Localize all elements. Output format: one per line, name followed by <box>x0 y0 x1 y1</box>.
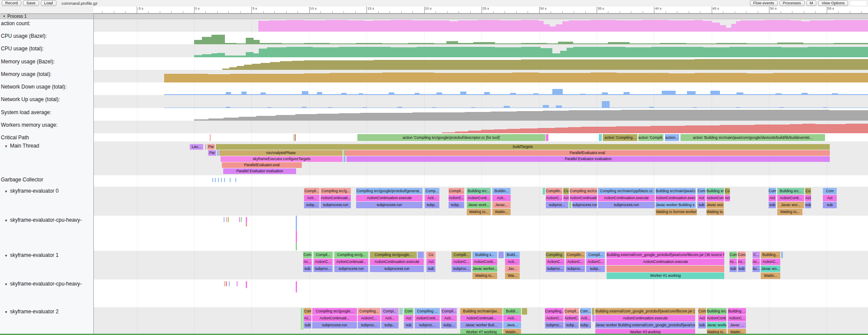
event-bar[interactable]: ActionC... <box>314 259 333 265</box>
event-bar[interactable]: subp... <box>580 322 591 328</box>
event-bar[interactable]: ActionContinuation.execute <box>607 259 724 265</box>
event-bar[interactable]: ActionC... <box>546 195 562 201</box>
event-sliver[interactable] <box>295 134 296 141</box>
event-bar[interactable]: Lau... <box>190 144 203 150</box>
event-bar[interactable]: subproc... <box>314 266 333 272</box>
event-bar[interactable]: Javac worker Buil... <box>460 322 502 328</box>
event-bar[interactable]: Com <box>738 252 746 258</box>
event-bar[interactable]: Javac worker... <box>472 266 497 272</box>
event-sliver[interactable] <box>296 230 297 243</box>
event-bar[interactable]: Parallel Evaluator evaluation <box>347 156 830 162</box>
event-sliver[interactable] <box>246 223 247 227</box>
event-bar[interactable]: Building src/ma... <box>707 308 726 315</box>
event-bar[interactable]: ActionC... <box>564 315 579 322</box>
event-sliver[interactable] <box>522 308 527 315</box>
event-sliver[interactable] <box>246 281 247 288</box>
event-bar[interactable]: sub <box>698 322 706 328</box>
event-sliver[interactable] <box>399 308 401 315</box>
event-bar[interactable]: subprocess.run <box>356 202 422 208</box>
event-bar[interactable]: subproc... <box>415 322 440 328</box>
event-bar[interactable]: ActionContinuati... <box>460 315 502 322</box>
event-bar[interactable]: Acti... <box>425 195 439 201</box>
event-bar[interactable]: Act <box>404 315 413 322</box>
event-bar[interactable]: Building s... <box>472 252 497 258</box>
event-bar[interactable]: ActionC... <box>452 259 471 265</box>
event-sliver[interactable] <box>296 243 297 250</box>
event-bar[interactable]: Compil... <box>586 252 605 258</box>
event-bar[interactable]: subprocess.run <box>572 202 597 208</box>
event-sliver[interactable] <box>599 134 602 141</box>
event-bar[interactable]: Compiling src/core/... <box>570 188 597 194</box>
event-bar[interactable]: Javac wor... <box>706 202 724 208</box>
event-bar[interactable]: Act <box>823 195 837 201</box>
event-bar[interactable]: Compiling... <box>358 308 380 315</box>
event-sliver[interactable] <box>569 202 571 208</box>
event-sliver[interactable] <box>241 217 242 222</box>
event-bar[interactable]: Javac worker Building s... <box>656 202 696 208</box>
event-bar[interactable]: Act <box>426 259 436 265</box>
event-bar[interactable]: ActionC... <box>358 315 380 322</box>
event-bar[interactable]: Building src/main/java/com/go... <box>656 188 696 194</box>
event-bar[interactable]: Compiling src/google... <box>312 308 357 315</box>
event-bar[interactable]: C... <box>752 252 760 258</box>
event-bar[interactable]: sub <box>426 266 436 272</box>
event-bar[interactable]: Ac... <box>738 259 746 265</box>
event-bar[interactable]: Co <box>426 252 436 258</box>
event-sliver[interactable] <box>212 178 213 182</box>
event-bar[interactable]: Act <box>563 195 569 201</box>
event-bar[interactable]: ActionC... <box>545 315 564 322</box>
event-bar[interactable]: sub <box>304 322 311 328</box>
event-sliver[interactable] <box>781 252 783 258</box>
event-bar[interactable]: Javac wo... <box>761 266 780 272</box>
event-bar[interactable]: Buildi... <box>503 308 521 315</box>
event-sliver[interactable] <box>237 281 238 286</box>
event-bar[interactable]: Build... <box>505 252 520 258</box>
event-bar[interactable]: ActionC... <box>566 259 585 265</box>
event-bar[interactable]: ActionC... <box>728 315 746 322</box>
event-sliver[interactable] <box>543 188 545 194</box>
event-bar[interactable]: Jav... <box>505 266 520 272</box>
event-bar[interactable]: Acti... <box>492 195 511 201</box>
event-bar[interactable]: Compilin... <box>546 188 562 194</box>
event-bar[interactable]: Com <box>769 188 776 194</box>
event-sliver[interactable] <box>592 308 594 315</box>
event-bar[interactable]: Waiting to... <box>472 273 497 279</box>
event-sliver[interactable] <box>343 156 346 162</box>
event-bar[interactable]: Compil... <box>449 188 464 194</box>
event-bar[interactable]: Ac... <box>752 259 760 265</box>
event-bar[interactable]: ActionConti... <box>467 195 491 201</box>
event-bar[interactable]: Buildin... <box>492 188 511 194</box>
track-label-skyframe-evaluator-0[interactable]: ▼skyframe-evaluator 0 <box>1 188 59 194</box>
event-bar[interactable]: Javac work... <box>467 202 491 208</box>
event-sliver[interactable] <box>224 178 225 182</box>
event-bar[interactable]: subprocess.run <box>320 202 351 208</box>
event-bar[interactable]: subproc... <box>546 202 568 208</box>
event-bar[interactable]: Compil... <box>564 308 579 315</box>
event-bar[interactable]: ActionConti... <box>777 195 804 201</box>
event-bar[interactable]: Com... <box>580 308 591 315</box>
event-bar[interactable]: Com <box>304 308 311 315</box>
event-bar[interactable]: runAnalysisPhase <box>219 150 343 156</box>
event-bar[interactable]: Compilin... <box>566 252 585 258</box>
event-bar[interactable]: Compil... <box>314 252 333 258</box>
event-bar[interactable]: subp... <box>425 202 439 208</box>
load-button[interactable]: Load <box>41 0 56 6</box>
event-sliver[interactable] <box>226 281 227 286</box>
event-bar[interactable]: Javac worker Building external/com_googl… <box>595 322 695 328</box>
event-bar[interactable]: Javac... <box>492 202 511 208</box>
event-bar[interactable]: ActionC... <box>546 259 564 265</box>
event-bar[interactable]: Ac... <box>729 259 737 265</box>
event-bar[interactable]: Waiting to borrow worker <box>656 209 697 215</box>
event-sliver[interactable] <box>217 150 219 156</box>
event-sliver[interactable] <box>229 281 230 286</box>
metadata-button[interactable]: M <box>806 0 817 6</box>
event-bar[interactable]: ParallelEvaluator.eval <box>345 150 830 156</box>
event-bar[interactable]: ActionContinuation.execute <box>356 195 422 201</box>
event-bar[interactable]: Comp... <box>425 188 439 194</box>
event-sliver[interactable] <box>230 178 231 182</box>
event-bar[interactable]: Acti... <box>580 315 591 322</box>
event-bar[interactable]: subproc... <box>452 266 471 272</box>
flow-events-button[interactable]: Flow events <box>750 0 778 6</box>
event-bar[interactable]: subp... <box>449 202 464 208</box>
event-sliver[interactable] <box>294 134 294 141</box>
